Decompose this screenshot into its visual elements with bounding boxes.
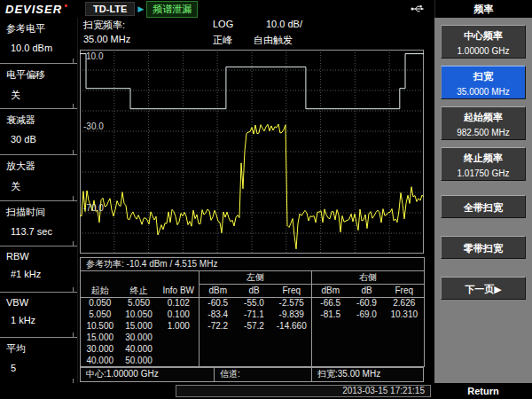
param-value: 10.0 dBm (6, 43, 74, 53)
softkey-span[interactable]: 扫宽35.0000 MHz (441, 66, 526, 99)
param-value: 113.7 sec (6, 226, 74, 237)
softkey-start-frequency[interactable]: 起始频率982.500 MHz (441, 106, 526, 140)
group-left-header: 左侧 (200, 271, 312, 285)
softkey-center-frequency[interactable]: 中心频率1.00000 GHz (441, 25, 526, 59)
table-row: 10.50015.0001.000-72.2-57.2-14.660 (81, 320, 425, 332)
col-header: Freq (385, 285, 425, 298)
table-cell (272, 343, 312, 355)
group-spacer (81, 271, 200, 285)
left-panel-item[interactable]: 放大器关 (0, 155, 77, 201)
softkey-label: 下一页▶ (442, 283, 525, 296)
table-cell (385, 332, 425, 343)
trigger-mode: 自由触发 (254, 34, 293, 47)
tab-td-lte[interactable]: TD-LTE (85, 2, 135, 16)
usb-icon (411, 4, 426, 15)
table-cell (312, 332, 349, 343)
softkey-full-span[interactable]: 全带扫宽 (441, 195, 526, 218)
left-panel-item[interactable]: VBW1 kHz (0, 293, 77, 339)
group-right-header: 右侧 (312, 271, 425, 285)
col-header: 起始 (81, 285, 120, 298)
table-cell (200, 332, 237, 343)
left-panel-item[interactable]: 扫描时间113.7 sec (0, 201, 77, 247)
table-cell (272, 332, 312, 343)
status-bar: 2013-03-15 17:21:15 (0, 383, 434, 399)
softkey-value: 1.01750 GHz (442, 168, 525, 178)
left-panel-item[interactable]: RBW#1 kHz (0, 246, 77, 293)
sweep-freq-label: 扫宽频率: (83, 19, 125, 32)
table-cell: 50.000 (120, 355, 159, 366)
y-axis-label-bottom: -70.0 (83, 203, 104, 213)
softkey-label: 零带扫宽 (442, 242, 525, 255)
param-label: 平均 (6, 342, 74, 356)
table-cell (237, 332, 272, 343)
softkey-value: 982.500 MHz (442, 128, 525, 137)
table-cell (312, 355, 349, 366)
ref-power: 参考功率: -10.4 dBm / 4.515 MHz (81, 258, 425, 271)
left-panel: 参考电平10.0 dBm电平偏移关衰减器30 dB放大器关扫描时间113.7 s… (0, 18, 78, 383)
main-display: 扫宽频率: LOG 10.0 dB/ 35.00 MHz 正峰 自由触发 10.… (78, 18, 434, 383)
param-label: 扫描时间 (6, 206, 74, 219)
table-cell: -55.0 (237, 297, 272, 309)
footer-info-bar: 中心:1.00000 GHz 信道: 扫宽:35.00 MHz (80, 367, 424, 382)
table-cell (159, 343, 200, 355)
tab-arrow-icon: ▶ (137, 4, 144, 13)
plot-grid (80, 50, 424, 254)
table-group-row: 左侧右侧 (81, 271, 425, 285)
softkey-label: 起始频率 (442, 111, 525, 124)
table-row: 40.00050.000 (81, 355, 425, 366)
col-header: dB (349, 285, 385, 298)
span-readout: 扫宽:35.00 MHz (311, 368, 423, 381)
left-panel-item[interactable]: 衰减器30 dB (0, 109, 77, 155)
left-panel-item[interactable]: 参考电平10.0 dBm (0, 18, 77, 64)
table-row: 15.00030.000 (81, 332, 425, 343)
table-cell (200, 355, 237, 366)
softkey-zero-span[interactable]: 零带扫宽 (441, 236, 526, 259)
softkey-panel: 中心频率1.00000 GHz扫宽35.0000 MHz起始频率982.500 … (434, 18, 532, 383)
table-cell: -60.5 (200, 297, 237, 309)
table-cell: -71.1 (237, 309, 272, 320)
table-cell (385, 320, 425, 332)
table-row: 5.05010.0500.100-83.4-71.1-9.839-81.5-69… (81, 309, 425, 320)
return-button[interactable]: Return (434, 383, 532, 399)
table-cell: -14.660 (272, 320, 312, 332)
table-cell: -2.575 (272, 297, 312, 309)
table-cell (349, 343, 385, 355)
left-panel-item[interactable]: 电平偏移关 (0, 64, 77, 110)
table-cell: 30.000 (81, 343, 120, 355)
table-cell (312, 320, 349, 332)
left-panel-item[interactable]: 平均5 (0, 338, 77, 383)
param-label: RBW (6, 251, 74, 262)
y-axis-label-top: 10.0 (86, 51, 103, 61)
table-cell: 30.000 (120, 332, 159, 343)
param-label: 衰减器 (6, 113, 74, 127)
table-cell: -66.5 (312, 297, 349, 309)
param-value: 关 (6, 180, 74, 193)
param-label: 放大器 (6, 160, 74, 173)
analyzer-screen: DEVISER TD-LTE ▶ 频谱泄漏 频率 参考电平10.0 dBm电平偏… (0, 0, 532, 399)
table-row: 0.0505.0500.102-60.5-55.0-2.575-66.5-60.… (81, 297, 425, 309)
col-header: Info BW (159, 285, 200, 298)
tab-spectrum-leakage[interactable]: 频谱泄漏 (146, 1, 198, 18)
table-cell: -81.5 (312, 309, 349, 320)
table-row: 30.00040.000 (81, 343, 425, 355)
table-cell (159, 332, 200, 343)
softkey-label: 全带扫宽 (442, 201, 525, 215)
param-label: 参考电平 (6, 22, 74, 35)
table-cell: -9.839 (272, 309, 312, 320)
topbar: DEVISER TD-LTE ▶ 频谱泄漏 (0, 0, 434, 18)
table-cell: -72.2 (200, 320, 237, 332)
table-cell: 1.000 (159, 320, 200, 332)
table-cell (385, 355, 425, 366)
table-cell (349, 320, 385, 332)
table-cell: 10.500 (81, 320, 120, 332)
softkey-label: 扫宽 (442, 70, 525, 83)
softkey-label: 中心频率 (442, 29, 525, 43)
softkey-next-page[interactable]: 下一页▶ (441, 277, 526, 300)
log-scale-label: LOG (213, 19, 233, 29)
col-header: dBm (312, 285, 349, 298)
measurement-table: 参考功率: -10.4 dBm / 4.515 MHz左侧右侧起始终止Info … (80, 257, 425, 367)
table-cell (385, 343, 425, 355)
param-value: 5 (6, 363, 74, 373)
softkey-stop-frequency[interactable]: 终止频率1.01750 GHz (441, 147, 526, 181)
table-cell (349, 355, 385, 366)
